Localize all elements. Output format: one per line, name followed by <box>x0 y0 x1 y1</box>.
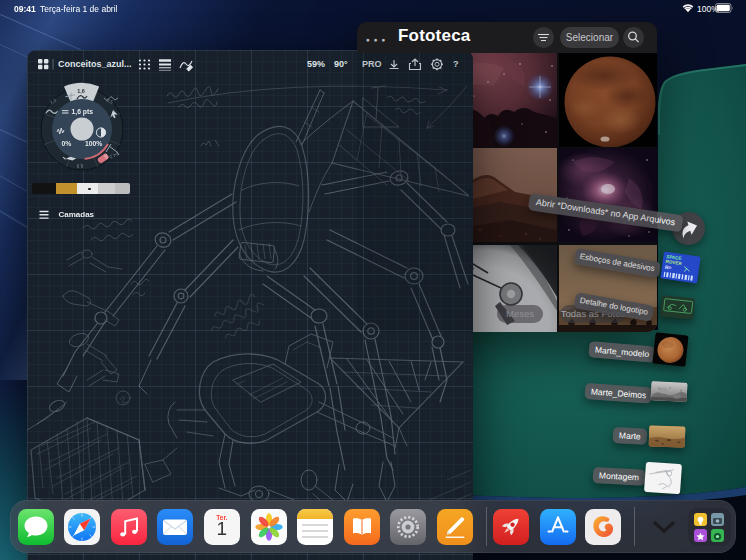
svg-text:R≡: R≡ <box>665 264 672 271</box>
svg-text:1,6 pts: 1,6 pts <box>72 108 94 116</box>
svg-text:100%: 100% <box>85 140 102 147</box>
svg-text:6,9: 6,9 <box>76 163 83 168</box>
svg-text:1,6: 1,6 <box>77 88 85 94</box>
svg-text:0%: 0% <box>62 140 72 147</box>
